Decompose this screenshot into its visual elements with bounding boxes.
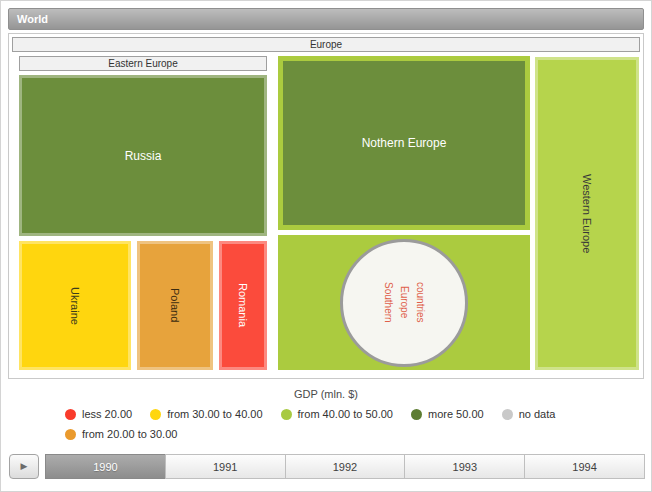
- southern-label-line: countries: [415, 282, 426, 323]
- legend-dot-icon: [65, 409, 76, 420]
- tile-ukraine-label: Ukraine: [69, 287, 81, 325]
- tile-russia-label: Russia: [125, 149, 162, 163]
- treemap-widget: World Europe Eastern Europe Russia Ukrai…: [0, 0, 652, 492]
- legend-item-20-30[interactable]: from 20.00 to 30.00: [65, 428, 177, 440]
- breadcrumb-label: World: [17, 13, 48, 25]
- legend-item-40-50[interactable]: from 40.00 to 50.00: [281, 408, 393, 420]
- tile-northern-europe[interactable]: Nothern Europe: [278, 56, 530, 230]
- group-header-eastern-europe[interactable]: Eastern Europe: [19, 56, 267, 71]
- legend-item-label: from 20.00 to 30.00: [82, 428, 177, 440]
- tile-poland-label: Poland: [169, 288, 181, 322]
- tile-western-europe[interactable]: Western Europe: [535, 57, 639, 370]
- legend-dot-icon: [411, 409, 422, 420]
- timeline-tab-1992[interactable]: 1992: [285, 454, 406, 479]
- legend-item-more-50[interactable]: more 50.00: [411, 408, 484, 420]
- legend-dot-icon: [150, 409, 161, 420]
- legend-item-label: less 20.00: [82, 408, 132, 420]
- legend-row: from 20.00 to 30.00: [65, 427, 177, 441]
- southern-label-line: Europe: [399, 286, 410, 318]
- tile-western-europe-label: Western Europe: [581, 174, 593, 253]
- legend-item-label: more 50.00: [428, 408, 484, 420]
- legend-item-label: from 40.00 to 50.00: [298, 408, 393, 420]
- legend-dot-icon: [65, 429, 76, 440]
- tile-northern-europe-fill: Nothern Europe: [283, 61, 525, 225]
- tile-russia[interactable]: Russia: [19, 75, 267, 236]
- legend-dot-icon: [502, 409, 513, 420]
- legend-item-label: no data: [519, 408, 556, 420]
- play-button[interactable]: ▶: [9, 454, 39, 479]
- southern-europe-circle[interactable]: Southern Europe countries: [340, 239, 468, 367]
- breadcrumb[interactable]: World: [8, 8, 644, 30]
- tile-poland[interactable]: Poland: [137, 241, 213, 370]
- timeline-tab-1991[interactable]: 1991: [165, 454, 286, 479]
- timeline-tab-1993[interactable]: 1993: [404, 454, 525, 479]
- treemap-chart: Europe Eastern Europe Russia Ukraine Pol…: [8, 33, 644, 379]
- timeline-tabs: 1990 1991 1992 1993 1994: [45, 454, 645, 479]
- legend-item-label: from 30.00 to 40.00: [167, 408, 262, 420]
- legend-dot-icon: [281, 409, 292, 420]
- southern-label-line: Southern: [383, 282, 394, 323]
- tile-northern-europe-label: Nothern Europe: [362, 136, 447, 150]
- timeline-tab-1994[interactable]: 1994: [524, 454, 645, 479]
- legend-title: GDP (mln. $): [1, 388, 651, 400]
- tile-romania[interactable]: Romania: [219, 241, 267, 370]
- legend-row: less 20.00 from 30.00 to 40.00 from 40.0…: [65, 407, 555, 421]
- tile-southern-europe[interactable]: Southern Europe countries: [278, 235, 530, 370]
- play-icon: ▶: [21, 462, 28, 471]
- tile-romania-label: Romania: [237, 283, 249, 327]
- group-header-europe[interactable]: Europe: [12, 37, 640, 52]
- legend-item-no-data[interactable]: no data: [502, 408, 556, 420]
- legend-item-less-20[interactable]: less 20.00: [65, 408, 132, 420]
- tile-southern-europe-label: Southern Europe countries: [380, 282, 428, 323]
- timeline-tab-1990[interactable]: 1990: [45, 454, 166, 479]
- tile-ukraine[interactable]: Ukraine: [19, 241, 131, 370]
- legend-item-30-40[interactable]: from 30.00 to 40.00: [150, 408, 262, 420]
